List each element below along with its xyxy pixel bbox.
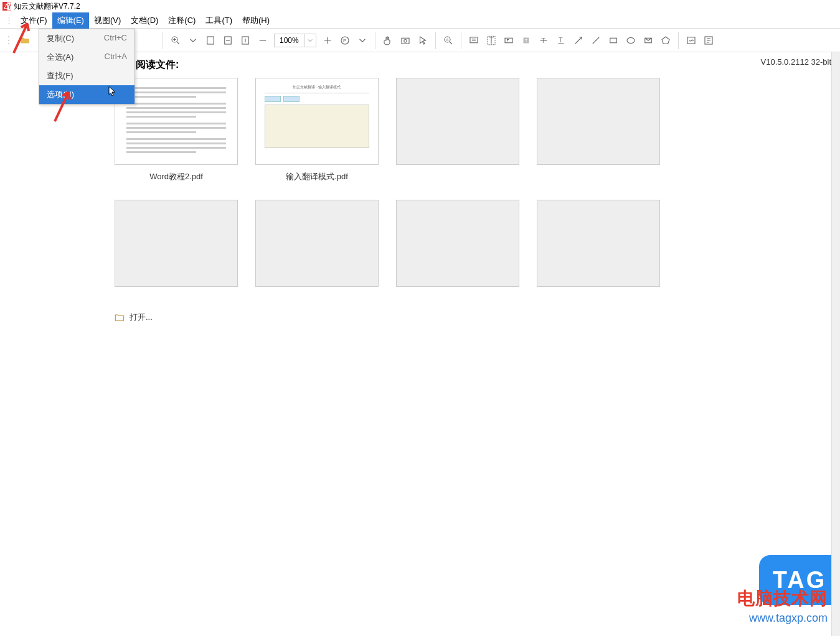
zoom-plus-button[interactable] xyxy=(319,32,336,49)
arrow-annot-button[interactable] xyxy=(570,32,587,49)
select-tool-button[interactable] xyxy=(414,32,432,49)
file-thumbnail: 知云文献翻译 · 输入翻译模式 xyxy=(255,78,379,165)
toolbar-separator xyxy=(435,32,436,49)
dropdown-selectall-label: 全选(A) xyxy=(47,52,73,63)
menu-annotation[interactable]: 注释(C) xyxy=(163,12,201,29)
menu-document[interactable]: 文档(D) xyxy=(126,12,163,29)
snapshot-button[interactable] xyxy=(397,32,414,49)
file-card-empty[interactable] xyxy=(115,200,238,287)
stamp-button[interactable] xyxy=(639,32,657,49)
dropdown-copy-label: 复制(C) xyxy=(47,33,74,44)
fit-width-button[interactable] xyxy=(219,32,237,49)
fit-height-button[interactable] xyxy=(237,32,254,49)
dropdown-selectall[interactable]: 全选(A) Ctrl+A xyxy=(39,48,134,67)
svg-point-22 xyxy=(627,37,635,43)
svg-rect-5 xyxy=(207,37,214,44)
zoom-in-button[interactable] xyxy=(167,32,184,49)
toolbar-separator xyxy=(375,32,375,49)
menu-view[interactable]: 视图(V) xyxy=(89,12,126,29)
strikethrough-button[interactable]: T xyxy=(535,32,552,49)
hand-tool-button[interactable] xyxy=(379,32,397,49)
open-label: 打开... xyxy=(130,312,153,323)
svg-text:Y: Y xyxy=(7,3,11,10)
presentation-button[interactable]: P xyxy=(336,32,354,49)
textbox-button[interactable] xyxy=(500,32,517,49)
recent-files-grid: Word教程2.pdf 知云文献翻译 · 输入翻译模式 输入翻译模式.pdf xyxy=(115,78,687,287)
toolbar-separator xyxy=(461,32,461,49)
dropdown-copy[interactable]: 复制(C) Ctrl+C xyxy=(39,29,134,48)
file-thumbnail-empty xyxy=(537,200,660,287)
zoom-combo[interactable]: 100% xyxy=(274,34,316,47)
text-annot-button[interactable] xyxy=(483,32,500,49)
menu-edit[interactable]: 编辑(E) xyxy=(52,12,89,29)
section-title: 阅读文件: xyxy=(136,58,840,72)
ellipse-annot-button[interactable] xyxy=(622,32,639,49)
svg-rect-21 xyxy=(610,38,616,43)
menu-tool[interactable]: 工具(T) xyxy=(201,12,237,29)
svg-rect-14 xyxy=(470,37,478,42)
toolbar-separator xyxy=(678,32,679,49)
file-card[interactable]: 知云文献翻译 · 输入翻译模式 输入翻译模式.pdf xyxy=(255,78,379,182)
svg-point-11 xyxy=(403,39,407,42)
menu-bar: ⋮ 文件(F) 编辑(E) 视图(V) 文档(D) 注释(C) 工具(T) 帮助… xyxy=(0,12,840,29)
sign-button[interactable] xyxy=(682,32,700,49)
title-bar: ZY 知云文献翻译V7.7.2 xyxy=(0,0,840,12)
file-label: Word教程2.pdf xyxy=(115,171,238,182)
file-card-empty[interactable] xyxy=(255,200,379,287)
note-button[interactable] xyxy=(465,32,483,49)
svg-text:A: A xyxy=(446,37,448,41)
annotation-arrow xyxy=(50,87,75,127)
app-icon: ZY xyxy=(2,2,11,11)
file-thumbnail-empty xyxy=(115,200,238,287)
zoom-caret-icon[interactable] xyxy=(304,34,316,47)
form-button[interactable] xyxy=(700,32,717,49)
open-file-link[interactable]: 打开... xyxy=(115,312,840,323)
svg-rect-16 xyxy=(505,38,512,43)
zoom-out-button[interactable] xyxy=(254,32,271,49)
file-thumbnail-empty xyxy=(537,78,660,165)
svg-text:T: T xyxy=(559,36,563,44)
file-label: 输入翻译模式.pdf xyxy=(255,171,379,182)
file-thumbnail-empty xyxy=(396,78,519,165)
dropdown-find-label: 查找(F) xyxy=(47,70,73,82)
polygon-button[interactable] xyxy=(657,32,674,49)
annotation-arrow xyxy=(9,19,34,58)
dropdown-copy-shortcut: Ctrl+C xyxy=(104,33,127,44)
dropdown-selectall-shortcut: Ctrl+A xyxy=(105,52,127,63)
search-button[interactable]: A xyxy=(440,32,457,49)
toolbar-separator xyxy=(163,32,163,49)
version-label: V10.5.0.2112 32-bit xyxy=(761,57,831,67)
watermark: 电脑技术网 www.tagxp.com xyxy=(737,587,828,625)
svg-text:T: T xyxy=(524,38,527,44)
dropdown-find[interactable]: 查找(F) xyxy=(39,67,134,85)
file-card-empty[interactable] xyxy=(396,78,519,182)
zoom-dropdown-button[interactable] xyxy=(184,32,202,49)
menu-help[interactable]: 帮助(H) xyxy=(237,12,275,29)
file-card-empty[interactable] xyxy=(396,200,519,287)
presentation-dropdown[interactable] xyxy=(354,32,371,49)
watermark-line2: www.tagxp.com xyxy=(737,612,828,625)
svg-text:P: P xyxy=(343,38,346,44)
folder-icon xyxy=(115,313,125,322)
fit-page-button[interactable] xyxy=(202,32,219,49)
file-thumbnail-empty xyxy=(396,200,519,287)
vertical-scrollbar[interactable] xyxy=(831,52,840,636)
svg-rect-24 xyxy=(687,37,695,44)
underline-button[interactable]: T xyxy=(552,32,570,49)
watermark-line1: 电脑技术网 xyxy=(737,587,828,610)
file-card-empty[interactable] xyxy=(537,200,660,287)
highlight-button[interactable]: T xyxy=(517,32,535,49)
line-annot-button[interactable] xyxy=(587,32,605,49)
svg-rect-10 xyxy=(402,38,409,44)
mouse-cursor-icon xyxy=(108,86,117,100)
window-title: 知云文献翻译V7.7.2 xyxy=(14,1,80,12)
file-card-empty[interactable] xyxy=(537,78,660,182)
file-thumbnail-empty xyxy=(255,200,379,287)
rect-annot-button[interactable] xyxy=(605,32,622,49)
zoom-value: 100% xyxy=(275,36,304,45)
